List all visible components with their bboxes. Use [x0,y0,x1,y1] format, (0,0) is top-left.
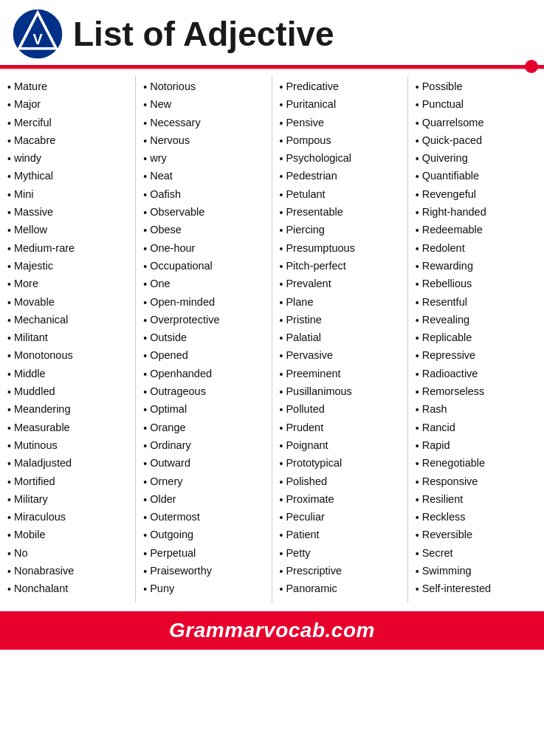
list-item: •Peculiar [280,509,403,525]
word-label: Praiseworthy [150,563,212,579]
bullet-icon: • [280,582,283,597]
bullet-icon: • [280,385,283,399]
word-label: More [14,276,38,292]
bullet-icon: • [7,456,11,471]
list-item: •Redeemable [416,222,540,238]
word-label: Revengeful [422,187,476,202]
word-label: Pusillanimous [286,384,351,399]
header: V List of Adjective [0,0,544,65]
bullet-icon: • [7,169,11,184]
bullet-icon: • [7,492,11,507]
bullet-icon: • [7,546,11,561]
word-label: Rewarding [422,258,473,274]
bullet-icon: • [7,116,11,131]
list-item: •New [143,97,266,112]
bullet-icon: • [7,295,11,310]
bullet-icon: • [7,421,11,436]
word-label: Reversible [422,527,473,543]
word-label: Repressive [422,348,476,363]
word-label: Presentable [286,205,342,220]
bullet-icon: • [143,439,147,453]
word-label: Mellow [14,222,47,238]
bullet-icon: • [416,169,419,184]
word-label: Swimming [422,563,472,579]
bullet-icon: • [280,259,283,274]
list-item: •Piercing [280,222,403,238]
list-item: •Pedestrian [280,168,403,184]
word-label: Mutinous [14,438,58,453]
word-label: Piercing [286,222,324,238]
list-item: •Pompous [280,133,403,148]
bullet-icon: • [7,313,11,328]
list-item: •Macabre [7,133,131,148]
bullet-icon: • [416,188,419,202]
word-label: Macabre [14,133,55,148]
word-label: Measurable [14,420,70,436]
list-item: •Rash [416,402,540,417]
list-item: •Swimming [416,563,540,579]
column-2: •Notorious•New•Necessary•Nervous•wry•Nea… [136,76,272,602]
list-item: •Presumptuous [280,241,403,256]
bullet-icon: • [7,80,11,94]
word-label: Radioactive [422,366,478,382]
word-label: Responsive [422,474,478,489]
word-label: Pristine [286,312,321,328]
bullet-icon: • [280,97,283,112]
list-item: •Outgoing [143,527,266,543]
bullet-icon: • [416,151,419,166]
list-item: •Pusillanimous [280,384,403,399]
word-label: Outward [150,456,190,471]
bullet-icon: • [7,97,11,112]
word-label: Revealing [422,312,470,328]
word-label: Miraculous [14,509,66,525]
list-item: •Rebellious [416,276,540,292]
bullet-icon: • [280,295,283,310]
word-label: Merciful [14,115,52,131]
bullet-icon: • [416,295,419,310]
bullet-icon: • [416,259,419,274]
bullet-icon: • [143,169,147,184]
word-label: Prudent [286,420,323,436]
bullet-icon: • [7,259,11,274]
word-label: Mythical [14,168,53,184]
list-item: •Right-handed [416,205,540,220]
list-item: •Quantifiable [416,168,540,184]
list-item: •Muddled [7,384,131,399]
bullet-icon: • [416,546,419,561]
list-item: •Secret [416,546,540,561]
bullet-icon: • [143,385,147,399]
bullet-icon: • [280,223,283,238]
word-label: Pitch-perfect [286,258,345,274]
bullet-icon: • [7,223,11,238]
bullet-icon: • [143,241,147,256]
list-item: •Ordinary [143,438,266,453]
bullet-icon: • [416,367,419,382]
list-item: •Mortified [7,474,131,489]
bullet-icon: • [7,528,11,543]
grammarvocab-logo: V [11,7,64,61]
list-item: •Observable [143,205,266,220]
bullet-icon: • [7,582,11,597]
word-label: Oafish [150,187,181,202]
word-label: Outside [150,330,187,346]
list-item: •Reckless [416,509,540,525]
bullet-icon: • [143,80,147,94]
word-label: Nonabrasive [14,563,74,579]
bullet-icon: • [416,331,419,346]
list-item: •One-hour [143,241,266,256]
word-label: Mortified [14,474,55,489]
list-item: •Openhanded [143,366,266,382]
list-item: •Quarrelsome [416,115,540,131]
list-item: •Massive [7,205,131,220]
bullet-icon: • [143,348,147,363]
bullet-icon: • [280,439,283,453]
bullet-icon: • [7,188,11,202]
bullet-icon: • [280,528,283,543]
list-item: •Outrageous [143,384,266,399]
bullet-icon: • [416,241,419,256]
bullet-icon: • [416,223,419,238]
bullet-icon: • [280,80,283,94]
word-label: Open-minded [150,295,215,310]
svg-text:V: V [32,31,43,47]
list-item: •Revealing [416,312,540,328]
